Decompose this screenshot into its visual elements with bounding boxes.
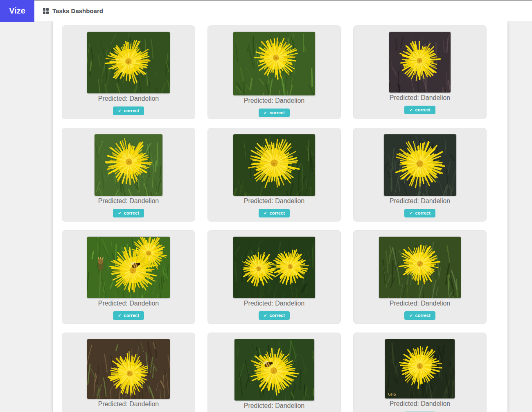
check-icon: [264, 211, 267, 215]
correct-badge-button[interactable]: correct: [113, 209, 144, 217]
dandelion-image[interactable]: [379, 236, 461, 299]
check-icon: [409, 313, 413, 318]
prediction-card: Predicted: Dandelion correct: [207, 128, 341, 222]
check-icon: [118, 108, 121, 113]
nav-tasks-dashboard[interactable]: Tasks Dashboard: [43, 7, 103, 14]
correct-badge-button[interactable]: correct: [404, 209, 435, 217]
badge-label: correct: [124, 108, 139, 113]
prediction-card: Predicted: Dandelion correct: [207, 230, 341, 324]
top-header: Vize Tasks Dashboard: [0, 0, 532, 21]
nav-title: Tasks Dashboard: [52, 7, 103, 14]
prediction-card: Predicted: Dandelion correct: [353, 25, 487, 119]
prediction-card: Predicted: Dandelion correct: [62, 25, 195, 119]
prediction-label: Predicted: Dandelion: [244, 197, 305, 205]
badge-label: correct: [415, 313, 431, 318]
prediction-card: Predicted: Dandelion correct: [62, 128, 195, 222]
correct-badge-button[interactable]: correct: [404, 311, 435, 320]
prediction-label: Predicted: Dandelion: [98, 95, 159, 102]
prediction-card-grid: Predicted: Dandelion correct Predicted: …: [62, 25, 487, 412]
dandelion-image[interactable]: [87, 339, 170, 399]
prediction-label: Predicted: Dandelion: [390, 300, 451, 307]
dandelion-image[interactable]: [383, 134, 457, 196]
correct-badge-button[interactable]: correct: [259, 109, 290, 117]
correct-badge-button[interactable]: correct: [113, 106, 144, 115]
dandelion-image[interactable]: [87, 32, 170, 94]
dandelion-image[interactable]: [87, 236, 170, 299]
badge-label: correct: [270, 110, 285, 115]
dandelion-image[interactable]: [233, 134, 316, 196]
dandelion-image[interactable]: [234, 339, 315, 401]
prediction-label: Predicted: Dandelion: [98, 197, 159, 205]
check-icon: [264, 313, 267, 318]
prediction-card: Predicted: Dandelion correct: [207, 25, 341, 119]
prediction-card: GHS Predicted: Dandelion correct: [353, 333, 487, 412]
correct-badge-button[interactable]: correct: [113, 311, 144, 320]
check-icon: [409, 211, 413, 215]
check-icon: [118, 313, 121, 318]
dandelion-image[interactable]: [389, 32, 451, 93]
app-logo[interactable]: Vize: [0, 0, 34, 22]
correct-badge-button[interactable]: correct: [259, 311, 290, 320]
dandelion-image[interactable]: [94, 134, 163, 196]
prediction-label: Predicted: Dandelion: [98, 300, 159, 307]
check-icon: [409, 107, 413, 112]
badge-label: correct: [124, 211, 139, 215]
svg-text:GHS: GHS: [388, 392, 396, 396]
prediction-label: Predicted: Dandelion: [390, 197, 451, 205]
prediction-card: Predicted: Dandelion correct: [207, 333, 341, 412]
check-icon: [118, 211, 121, 215]
prediction-label: Predicted: Dandelion: [244, 402, 305, 410]
correct-badge-button[interactable]: correct: [404, 106, 435, 114]
main-content-panel: Predicted: Dandelion correct Predicted: …: [53, 21, 507, 412]
prediction-card: Predicted: Dandelion correct: [353, 230, 487, 324]
prediction-label: Predicted: Dandelion: [244, 97, 305, 104]
correct-badge-button[interactable]: correct: [259, 209, 290, 217]
prediction-card: Predicted: Dandelion correct: [62, 230, 195, 324]
badge-label: correct: [270, 313, 285, 318]
check-icon: [264, 110, 267, 115]
prediction-label: Predicted: Dandelion: [390, 400, 451, 407]
badge-label: correct: [124, 313, 139, 318]
prediction-card: Predicted: Dandelion correct: [353, 128, 487, 222]
dandelion-image[interactable]: [233, 236, 316, 299]
badge-label: correct: [415, 107, 431, 112]
dandelion-image[interactable]: GHS: [385, 339, 455, 399]
badge-label: correct: [270, 211, 285, 215]
prediction-label: Predicted: Dandelion: [244, 300, 305, 307]
dandelion-image[interactable]: [233, 32, 316, 96]
badge-label: correct: [415, 211, 431, 215]
prediction-card: Predicted: Dandelion correct: [62, 333, 195, 412]
dashboard-grid-icon: [43, 8, 49, 14]
prediction-label: Predicted: Dandelion: [98, 401, 159, 408]
prediction-label: Predicted: Dandelion: [390, 94, 451, 102]
